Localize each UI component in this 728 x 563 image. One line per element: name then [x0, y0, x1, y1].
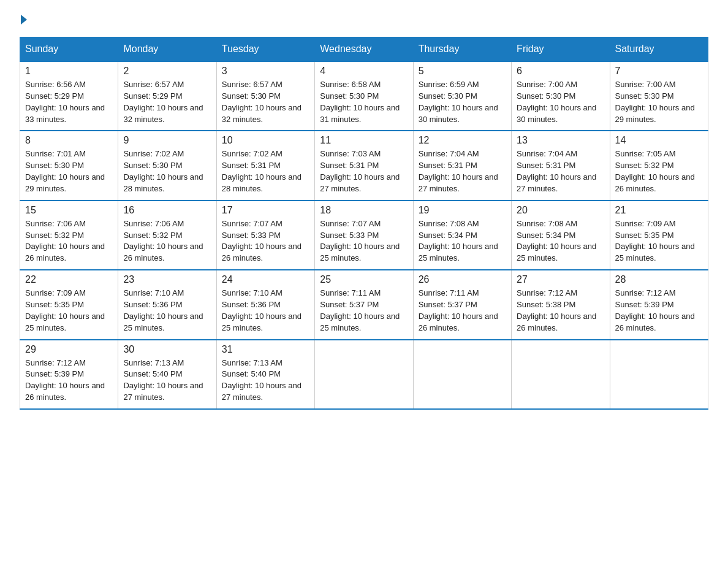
- day-info: Sunrise: 7:00 AMSunset: 5:30 PMDaylight:…: [517, 79, 604, 125]
- day-cell-28: 28Sunrise: 7:12 AMSunset: 5:39 PMDayligh…: [610, 270, 708, 339]
- day-cell-14: 14Sunrise: 7:05 AMSunset: 5:32 PMDayligh…: [610, 131, 708, 200]
- empty-cell: [610, 340, 708, 409]
- weekday-header-row: SundayMondayTuesdayWednesdayThursdayFrid…: [20, 37, 708, 62]
- day-number: 1: [25, 66, 113, 77]
- day-info: Sunrise: 7:12 AMSunset: 5:39 PMDaylight:…: [25, 358, 113, 404]
- day-cell-23: 23Sunrise: 7:10 AMSunset: 5:36 PMDayligh…: [118, 270, 216, 339]
- day-cell-6: 6Sunrise: 7:00 AMSunset: 5:30 PMDaylight…: [512, 61, 610, 131]
- day-number: 17: [222, 205, 309, 216]
- day-info: Sunrise: 6:57 AMSunset: 5:29 PMDaylight:…: [123, 79, 211, 125]
- day-number: 3: [222, 66, 309, 77]
- day-number: 30: [123, 344, 211, 355]
- day-cell-8: 8Sunrise: 7:01 AMSunset: 5:30 PMDaylight…: [20, 131, 118, 200]
- day-info: Sunrise: 7:01 AMSunset: 5:30 PMDaylight:…: [25, 148, 113, 194]
- day-number: 10: [222, 135, 309, 146]
- day-number: 12: [419, 135, 506, 146]
- day-info: Sunrise: 7:12 AMSunset: 5:39 PMDaylight:…: [615, 288, 703, 334]
- day-number: 2: [123, 66, 211, 77]
- day-info: Sunrise: 7:09 AMSunset: 5:35 PMDaylight:…: [615, 218, 703, 264]
- day-cell-21: 21Sunrise: 7:09 AMSunset: 5:35 PMDayligh…: [610, 201, 708, 270]
- day-number: 20: [517, 205, 604, 216]
- day-cell-24: 24Sunrise: 7:10 AMSunset: 5:36 PMDayligh…: [216, 270, 314, 339]
- day-cell-13: 13Sunrise: 7:04 AMSunset: 5:31 PMDayligh…: [512, 131, 610, 200]
- day-cell-15: 15Sunrise: 7:06 AMSunset: 5:32 PMDayligh…: [20, 201, 118, 270]
- day-info: Sunrise: 7:07 AMSunset: 5:33 PMDaylight:…: [320, 218, 408, 264]
- day-number: 23: [123, 274, 211, 285]
- day-cell-3: 3Sunrise: 6:57 AMSunset: 5:30 PMDaylight…: [216, 61, 314, 131]
- day-cell-26: 26Sunrise: 7:11 AMSunset: 5:37 PMDayligh…: [413, 270, 511, 339]
- week-row-2: 8Sunrise: 7:01 AMSunset: 5:30 PMDaylight…: [20, 131, 708, 200]
- empty-cell: [512, 340, 610, 409]
- empty-cell: [413, 340, 511, 409]
- day-info: Sunrise: 7:10 AMSunset: 5:36 PMDaylight:…: [123, 288, 211, 334]
- day-cell-16: 16Sunrise: 7:06 AMSunset: 5:32 PMDayligh…: [118, 201, 216, 270]
- day-number: 4: [320, 66, 408, 77]
- day-info: Sunrise: 7:04 AMSunset: 5:31 PMDaylight:…: [517, 148, 604, 194]
- day-cell-4: 4Sunrise: 6:58 AMSunset: 5:30 PMDaylight…: [315, 61, 413, 131]
- day-number: 21: [615, 205, 703, 216]
- day-number: 26: [419, 274, 506, 285]
- day-number: 24: [222, 274, 309, 285]
- day-info: Sunrise: 6:57 AMSunset: 5:30 PMDaylight:…: [222, 79, 309, 125]
- day-info: Sunrise: 7:10 AMSunset: 5:36 PMDaylight:…: [222, 288, 309, 334]
- page-header: [20, 15, 708, 25]
- logo-arrow-icon: [21, 15, 27, 25]
- day-cell-29: 29Sunrise: 7:12 AMSunset: 5:39 PMDayligh…: [20, 340, 118, 409]
- day-cell-22: 22Sunrise: 7:09 AMSunset: 5:35 PMDayligh…: [20, 270, 118, 339]
- day-info: Sunrise: 7:13 AMSunset: 5:40 PMDaylight:…: [222, 358, 309, 404]
- day-info: Sunrise: 7:11 AMSunset: 5:37 PMDaylight:…: [320, 288, 408, 334]
- day-info: Sunrise: 7:00 AMSunset: 5:30 PMDaylight:…: [615, 79, 703, 125]
- week-row-1: 1Sunrise: 6:56 AMSunset: 5:29 PMDaylight…: [20, 61, 708, 131]
- day-number: 29: [25, 344, 113, 355]
- week-row-3: 15Sunrise: 7:06 AMSunset: 5:32 PMDayligh…: [20, 201, 708, 270]
- weekday-header-thursday: Thursday: [413, 37, 511, 62]
- day-number: 11: [320, 135, 408, 146]
- day-info: Sunrise: 7:12 AMSunset: 5:38 PMDaylight:…: [517, 288, 604, 334]
- day-cell-9: 9Sunrise: 7:02 AMSunset: 5:30 PMDaylight…: [118, 131, 216, 200]
- day-info: Sunrise: 7:05 AMSunset: 5:32 PMDaylight:…: [615, 148, 703, 194]
- day-info: Sunrise: 6:56 AMSunset: 5:29 PMDaylight:…: [25, 79, 113, 125]
- weekday-header-sunday: Sunday: [20, 37, 118, 62]
- week-row-4: 22Sunrise: 7:09 AMSunset: 5:35 PMDayligh…: [20, 270, 708, 339]
- day-cell-1: 1Sunrise: 6:56 AMSunset: 5:29 PMDaylight…: [20, 61, 118, 131]
- empty-cell: [315, 340, 413, 409]
- weekday-header-tuesday: Tuesday: [216, 37, 314, 62]
- day-number: 6: [517, 66, 604, 77]
- weekday-header-saturday: Saturday: [610, 37, 708, 62]
- day-info: Sunrise: 6:59 AMSunset: 5:30 PMDaylight:…: [419, 79, 506, 125]
- day-number: 18: [320, 205, 408, 216]
- day-info: Sunrise: 7:06 AMSunset: 5:32 PMDaylight:…: [123, 218, 211, 264]
- day-cell-20: 20Sunrise: 7:08 AMSunset: 5:34 PMDayligh…: [512, 201, 610, 270]
- day-number: 8: [25, 135, 113, 146]
- calendar-table: SundayMondayTuesdayWednesdayThursdayFrid…: [20, 37, 708, 410]
- day-cell-11: 11Sunrise: 7:03 AMSunset: 5:31 PMDayligh…: [315, 131, 413, 200]
- day-cell-2: 2Sunrise: 6:57 AMSunset: 5:29 PMDaylight…: [118, 61, 216, 131]
- day-cell-19: 19Sunrise: 7:08 AMSunset: 5:34 PMDayligh…: [413, 201, 511, 270]
- day-number: 7: [615, 66, 703, 77]
- day-info: Sunrise: 7:02 AMSunset: 5:31 PMDaylight:…: [222, 148, 309, 194]
- day-info: Sunrise: 7:13 AMSunset: 5:40 PMDaylight:…: [123, 358, 211, 404]
- day-number: 5: [419, 66, 506, 77]
- day-number: 25: [320, 274, 408, 285]
- day-number: 19: [419, 205, 506, 216]
- day-cell-10: 10Sunrise: 7:02 AMSunset: 5:31 PMDayligh…: [216, 131, 314, 200]
- day-info: Sunrise: 7:11 AMSunset: 5:37 PMDaylight:…: [419, 288, 506, 334]
- day-info: Sunrise: 6:58 AMSunset: 5:30 PMDaylight:…: [320, 79, 408, 125]
- day-number: 14: [615, 135, 703, 146]
- day-number: 16: [123, 205, 211, 216]
- day-info: Sunrise: 7:08 AMSunset: 5:34 PMDaylight:…: [419, 218, 506, 264]
- day-number: 27: [517, 274, 604, 285]
- day-cell-25: 25Sunrise: 7:11 AMSunset: 5:37 PMDayligh…: [315, 270, 413, 339]
- day-number: 13: [517, 135, 604, 146]
- day-info: Sunrise: 7:07 AMSunset: 5:33 PMDaylight:…: [222, 218, 309, 264]
- day-cell-17: 17Sunrise: 7:07 AMSunset: 5:33 PMDayligh…: [216, 201, 314, 270]
- week-row-5: 29Sunrise: 7:12 AMSunset: 5:39 PMDayligh…: [20, 340, 708, 409]
- day-number: 9: [123, 135, 211, 146]
- day-number: 31: [222, 344, 309, 355]
- day-info: Sunrise: 7:02 AMSunset: 5:30 PMDaylight:…: [123, 148, 211, 194]
- day-info: Sunrise: 7:03 AMSunset: 5:31 PMDaylight:…: [320, 148, 408, 194]
- weekday-header-wednesday: Wednesday: [315, 37, 413, 62]
- day-info: Sunrise: 7:08 AMSunset: 5:34 PMDaylight:…: [517, 218, 604, 264]
- day-cell-30: 30Sunrise: 7:13 AMSunset: 5:40 PMDayligh…: [118, 340, 216, 409]
- day-number: 28: [615, 274, 703, 285]
